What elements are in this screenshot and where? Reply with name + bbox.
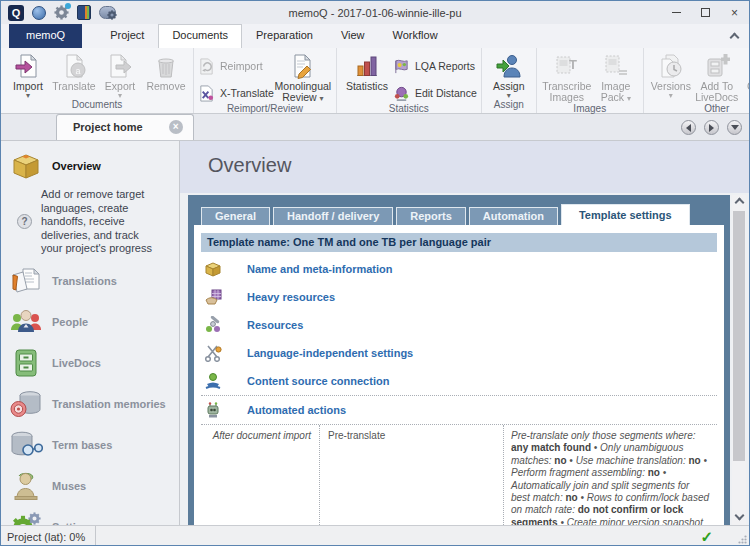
close-button[interactable]: ×	[720, 1, 749, 24]
status-ok-check-icon: ✓	[700, 528, 713, 546]
memoq-logo-icon[interactable]: Q	[8, 5, 24, 21]
window-body: Overview ? Add or remove target language…	[1, 141, 749, 525]
monolingual-review-button[interactable]: Monolingual Review ▾	[274, 50, 332, 103]
translations-icon	[9, 266, 43, 296]
sidebar-item-translation-memories[interactable]: Translation memories	[1, 389, 179, 419]
triangle-left-icon	[686, 124, 691, 132]
dropdown-caret-icon: ▾	[118, 92, 122, 99]
sidebar-item-overview[interactable]: Overview	[1, 151, 179, 181]
import-button[interactable]: Import ▾	[5, 50, 51, 99]
tab-navigation	[681, 120, 742, 135]
help-icon[interactable]	[32, 6, 46, 20]
ribbon-group-assign: Assign ▾ Assign	[482, 48, 537, 113]
link-row-language-independent: Language-independent settings	[201, 339, 717, 367]
ribbon-tab-preparation[interactable]: Preparation	[242, 24, 327, 48]
statistics-button[interactable]: Statistics	[341, 50, 393, 92]
ribbon-group-reimport-review: Reimport X-Translate Monolingual Review …	[194, 48, 337, 113]
tab-list-button[interactable]	[727, 120, 742, 135]
link-automated-actions[interactable]: Automated actions	[247, 404, 346, 416]
lqa-reports-button[interactable]: LQA Reports	[393, 56, 477, 76]
maximize-button[interactable]	[691, 1, 720, 24]
sidebar-item-people[interactable]: People	[1, 307, 179, 337]
options-gear-icon[interactable]	[54, 5, 69, 20]
transcribe-images-icon: T	[554, 53, 580, 79]
sidebar-item-muses[interactable]: Muses	[1, 471, 179, 501]
sidebar-item-livedocs[interactable]: LiveDocs	[1, 348, 179, 378]
link-name-meta[interactable]: Name and meta-information	[247, 263, 392, 275]
image-pack-icon	[603, 53, 629, 79]
term-bases-icon	[9, 430, 43, 460]
ribbon-tab-memoq[interactable]: memoQ	[9, 24, 82, 48]
reimport-icon	[198, 58, 215, 75]
table-cell-action: Pre-translate	[319, 425, 503, 525]
vertical-scrollbar[interactable]	[732, 195, 746, 525]
heavy-resources-icon	[204, 288, 222, 306]
link-row-heavy-resources: Heavy resources	[201, 283, 717, 311]
ribbon-tab-workflow[interactable]: Workflow	[379, 24, 452, 48]
main-pane: Overview General Handoff / delivery Repo…	[180, 141, 749, 525]
overview-description: ? Add or remove target languages, create…	[1, 188, 179, 256]
versions-icon	[658, 53, 684, 79]
project-home-sidebar: Overview ? Add or remove target language…	[1, 141, 180, 525]
maximize-icon	[701, 8, 710, 17]
scroll-down-icon[interactable]	[736, 512, 743, 519]
sidebar-item-term-bases[interactable]: Term bases	[1, 430, 179, 460]
monolingual-review-icon	[290, 53, 316, 79]
link-row-name-meta: Name and meta-information	[201, 255, 717, 283]
scroll-up-icon[interactable]	[736, 199, 743, 206]
add-to-livedocs-button: Add To LiveDocs	[694, 50, 740, 103]
resize-grip[interactable]	[738, 535, 747, 544]
server-administrator-icon[interactable]	[99, 6, 116, 19]
scrollbar-thumb[interactable]	[733, 211, 745, 461]
template-settings-content: Template name: One TM and one TB per lan…	[194, 225, 724, 525]
lqa-reports-icon	[393, 58, 410, 75]
tab-project-home[interactable]: Project home ×	[56, 114, 194, 140]
language-independent-settings-icon	[204, 344, 222, 362]
livedocs-icon	[9, 348, 43, 378]
tab-reports[interactable]: Reports	[396, 207, 466, 225]
tab-scroll-left-button[interactable]	[681, 120, 696, 135]
people-icon	[9, 307, 43, 337]
tab-scroll-right-button[interactable]	[704, 120, 719, 135]
ribbon-tab-documents[interactable]: Documents	[158, 24, 242, 48]
svg-text:a: a	[75, 66, 80, 76]
ribbon-tab-view[interactable]: View	[327, 24, 379, 48]
remove-button: Remove	[143, 50, 189, 92]
x-translate-button[interactable]: X-Translate	[198, 83, 274, 103]
assign-button[interactable]: Assign ▾	[486, 50, 532, 99]
quick-access-toolbar: Q	[1, 5, 116, 21]
link-row-content-source: Content source connection	[201, 367, 717, 395]
export-button: Export ▾	[97, 50, 143, 99]
reimport-button: Reimport	[198, 56, 274, 76]
link-row-automated-actions: Automated actions	[201, 396, 717, 424]
tab-automation[interactable]: Automation	[469, 207, 558, 225]
dropdown-caret-icon: ▾	[26, 92, 30, 99]
tab-general[interactable]: General	[201, 207, 270, 225]
tab-handoff-delivery[interactable]: Handoff / delivery	[273, 207, 393, 225]
help-question-icon: ?	[17, 214, 32, 229]
resource-console-icon[interactable]	[77, 5, 91, 20]
link-resources[interactable]: Resources	[247, 319, 303, 331]
ribbon-tab-project[interactable]: Project	[96, 24, 158, 48]
overview-tabs: General Handoff / delivery Reports Autom…	[194, 204, 724, 225]
collapse-ribbon-button[interactable]	[731, 34, 739, 42]
sidebar-item-translations[interactable]: Translations	[1, 266, 179, 296]
tab-close-icon[interactable]: ×	[169, 120, 183, 134]
versions-button: Versions ▾	[648, 50, 694, 99]
link-heavy-resources[interactable]: Heavy resources	[247, 291, 335, 303]
assign-icon	[496, 53, 522, 79]
triangle-right-icon	[709, 124, 714, 132]
tab-template-settings[interactable]: Template settings	[561, 204, 690, 225]
svg-text:T: T	[569, 57, 577, 72]
minimize-button[interactable]	[662, 1, 691, 24]
resources-icon	[204, 316, 222, 334]
overview-panel: General Handoff / delivery Reports Autom…	[188, 195, 730, 525]
content-wrap: General Handoff / delivery Reports Autom…	[180, 193, 749, 525]
remove-icon	[153, 53, 179, 79]
sidebar-item-settings[interactable]: Settings	[1, 512, 179, 526]
link-content-source[interactable]: Content source connection	[247, 375, 389, 387]
export-icon	[107, 53, 133, 79]
link-language-independent[interactable]: Language-independent settings	[247, 347, 413, 359]
dropdown-caret-icon: ▾	[669, 92, 673, 99]
edit-distance-button[interactable]: Edit Distance	[393, 83, 477, 103]
